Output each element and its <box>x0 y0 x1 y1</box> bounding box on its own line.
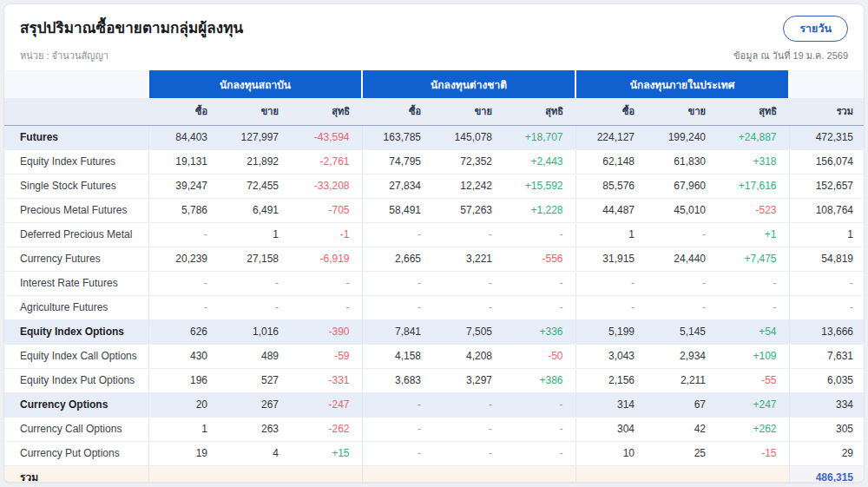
cell: 39,247 <box>148 174 220 198</box>
table-row: Equity Index Put Options196527-3313,6833… <box>4 368 865 392</box>
cell: 44,487 <box>575 198 647 222</box>
grand-total-value: 486,315 <box>789 465 865 483</box>
daily-view-button[interactable]: รายวัน <box>783 16 848 42</box>
cell: - <box>504 271 575 295</box>
cell-total: 13,666 <box>789 319 865 344</box>
group-header-spacer <box>4 70 148 98</box>
investor-summary-table: นักลงทุนสถาบันนักลงทุนต่างชาตินักลงทุนภา… <box>4 70 865 483</box>
cell: +336 <box>504 319 575 344</box>
cell: - <box>718 295 789 319</box>
cell-total: 334 <box>789 392 865 417</box>
cell-total: 108,764 <box>789 198 865 222</box>
table-row: Interest Rate Futures---------- <box>4 271 865 295</box>
cell: 58,491 <box>362 198 433 222</box>
cell: -331 <box>291 368 362 392</box>
cell: - <box>362 222 433 247</box>
cell: 21,892 <box>220 149 291 174</box>
cell-total: 54,819 <box>789 247 865 271</box>
cell <box>291 465 362 483</box>
cell: 1 <box>148 417 220 441</box>
cell: 3,297 <box>433 368 504 392</box>
cell: +1,228 <box>504 198 575 222</box>
cell: 20,239 <box>148 247 220 271</box>
row-label: Equity Index Call Options <box>4 344 148 368</box>
table-row: Currency Options20267-247---31467+247334 <box>4 392 865 417</box>
cell: +18,707 <box>504 125 575 149</box>
cell: 4,158 <box>362 344 433 368</box>
cell: - <box>504 392 575 417</box>
cell <box>433 465 504 483</box>
sub-header: ขาย <box>220 98 291 125</box>
cell: - <box>362 271 433 295</box>
header-right: รายวัน ข้อมูล ณ วันที่ 19 ม.ค. 2569 <box>733 16 848 63</box>
cell: 27,158 <box>220 247 291 271</box>
investor-summary-card: สรุปปริมาณซื้อขายตามกลุ่มผู้ลงทุน หน่วย … <box>3 3 865 483</box>
row-label: Equity Index Options <box>4 319 148 344</box>
cell: +2,443 <box>504 149 575 174</box>
cell: +1 <box>718 222 789 247</box>
row-label: Currency Put Options <box>4 441 148 465</box>
cell: - <box>504 417 575 441</box>
cell-total: 1 <box>789 222 865 247</box>
cell: +24,887 <box>718 125 789 149</box>
cell: - <box>362 392 433 417</box>
cell: -59 <box>291 344 362 368</box>
cell: 19,131 <box>148 149 220 174</box>
table-row: Equity Index Options6261,016-3907,8417,5… <box>4 319 865 344</box>
cell: 67,960 <box>647 174 718 198</box>
cell: 626 <box>148 319 220 344</box>
cell: 57,263 <box>433 198 504 222</box>
table-row: Deferred Precious Metal-1-1---1-+11 <box>4 222 865 247</box>
as-of-date-label: ข้อมูล ณ วันที่ 19 ม.ค. 2569 <box>733 48 848 63</box>
cell: 45,010 <box>647 198 718 222</box>
cell: - <box>504 441 575 465</box>
group-header: นักลงทุนสถาบัน <box>148 70 362 98</box>
group-header-spacer <box>789 70 865 98</box>
cell: -1 <box>291 222 362 247</box>
group-header: นักลงทุนภายในประเทศ <box>575 70 789 98</box>
sub-header: ซื้อ <box>575 98 647 125</box>
cell: - <box>362 441 433 465</box>
cell-total: - <box>789 295 865 319</box>
cell: 24,440 <box>647 247 718 271</box>
row-label: Equity Index Put Options <box>4 368 148 392</box>
cell: - <box>148 271 220 295</box>
cell: - <box>433 392 504 417</box>
cell <box>148 465 220 483</box>
cell: 1,016 <box>220 319 291 344</box>
cell: 4 <box>220 441 291 465</box>
cell: - <box>647 271 718 295</box>
cell: - <box>362 417 433 441</box>
cell: 127,997 <box>220 125 291 149</box>
card-header: สรุปปริมาณซื้อขายตามกลุ่มผู้ลงทุน หน่วย … <box>4 4 864 70</box>
row-label: Currency Call Options <box>4 417 148 441</box>
cell: -247 <box>291 392 362 417</box>
row-label: Single Stock Futures <box>4 174 148 198</box>
cell: - <box>148 222 220 247</box>
row-label: Equity Index Futures <box>4 149 148 174</box>
cell-total: 6,035 <box>789 368 865 392</box>
cell: 10 <box>575 441 647 465</box>
cell: - <box>504 295 575 319</box>
table-row: Currency Put Options194+15---1025-1529 <box>4 441 865 465</box>
cell: 84,403 <box>148 125 220 149</box>
cell: 430 <box>148 344 220 368</box>
cell: - <box>362 295 433 319</box>
cell: 25 <box>647 441 718 465</box>
cell-total: 7,631 <box>789 344 865 368</box>
cell: 5,199 <box>575 319 647 344</box>
cell: +7,475 <box>718 247 789 271</box>
cell: +54 <box>718 319 789 344</box>
row-label: Futures <box>4 125 148 149</box>
total-row: รวม486,315 <box>4 465 865 483</box>
cell: -390 <box>291 319 362 344</box>
cell: 145,078 <box>433 125 504 149</box>
cell: 67 <box>647 392 718 417</box>
cell: 527 <box>220 368 291 392</box>
cell: 2,934 <box>647 344 718 368</box>
cell: 3,221 <box>433 247 504 271</box>
cell-total: 29 <box>789 441 865 465</box>
cell-total: 156,074 <box>789 149 865 174</box>
cell: - <box>647 222 718 247</box>
cell: - <box>433 271 504 295</box>
